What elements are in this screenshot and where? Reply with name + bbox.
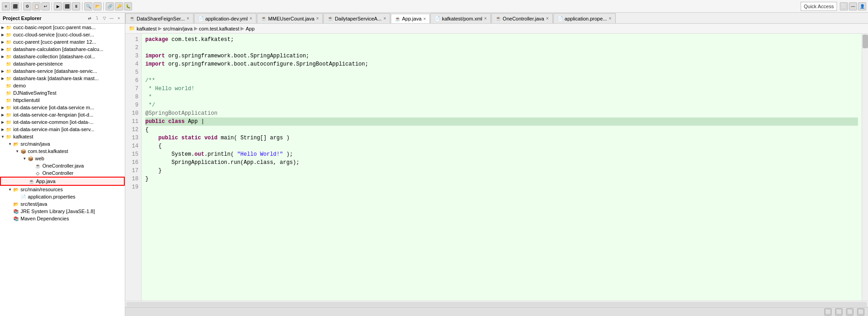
toolbar-btn-1[interactable]: ≡ xyxy=(2,2,10,10)
sidebar-menu-icon[interactable]: ▽ xyxy=(101,15,107,21)
tab-label: MMEUserCount.java xyxy=(268,16,314,21)
tree-label: iot-data-service-main [iot-data-serv... xyxy=(13,127,94,132)
tree-label: datashare-collection [datashare-col... xyxy=(13,54,95,59)
code-token: /** xyxy=(145,77,155,84)
tab-application-dev-yml[interactable]: 📄application-dev.yml× xyxy=(194,13,256,23)
sidebar-item-datashare-persistence[interactable]: 📁datashare-persistence xyxy=(0,60,125,67)
sidebar-item-demo[interactable]: 📁demo xyxy=(0,82,125,89)
sidebar-item-src-main-java[interactable]: ▼📂src/main/java xyxy=(0,140,125,148)
sidebar-item-cucc-basic-report[interactable]: ▶📁cucc-basic-report [cucc-parent mas... xyxy=(0,24,125,31)
toolbar-maximize[interactable]: ⬜ xyxy=(840,2,848,10)
sidebar-item-httpclientutil[interactable]: 📁httpclientutil xyxy=(0,97,125,104)
tree-icon: 📁 xyxy=(5,46,12,52)
sidebar-item-src-main-resources[interactable]: ▼📂src/main/resources xyxy=(0,186,125,193)
toolbar-btn-3[interactable]: ⚙ xyxy=(23,2,31,10)
tab-close-icon[interactable]: × xyxy=(609,16,612,21)
code-line-11: public class App | xyxy=(145,117,858,126)
toolbar-btn-4[interactable]: 📋 xyxy=(32,2,41,10)
tab-close-icon[interactable]: × xyxy=(316,16,319,21)
toolbar-btn-6[interactable]: ▶ xyxy=(54,2,62,10)
tree-label: Maven Dependencies xyxy=(20,216,69,221)
tab-close-icon[interactable]: × xyxy=(424,16,426,21)
tab-close-icon[interactable]: × xyxy=(546,16,549,21)
sidebar-sync-icon[interactable]: ⇄ xyxy=(87,15,93,21)
bottom-btn-3[interactable]: ⬜ xyxy=(846,308,853,316)
toolbar-btn-9[interactable]: 🔍 xyxy=(84,2,92,10)
tab-MMEUserCount[interactable]: ☕MMEUserCount.java× xyxy=(257,13,323,23)
horizontal-scrollbar[interactable] xyxy=(126,302,867,306)
tab-label: DailytaperServiceA... xyxy=(335,16,382,21)
sidebar-item-JRE-System-Library[interactable]: 📚JRE System Library [JavaSE-1.8] xyxy=(0,208,125,215)
tab-App-java-tab[interactable]: ☕App.java× xyxy=(391,14,430,24)
tree-label: src/test/java xyxy=(20,201,47,207)
sidebar-item-iot-data-service-car-fengxian[interactable]: ▶📁iot-data-service-car-fengxian [iot-d..… xyxy=(0,111,125,118)
sidebar-item-iot-data-service-common[interactable]: ▶📁iot-data-service-common [iot-data-... xyxy=(0,118,125,126)
bottom-btn-1[interactable]: ⬜ xyxy=(824,308,832,316)
sidebar-tree: ▶📁cucc-basic-report [cucc-parent mas...▶… xyxy=(0,24,125,316)
sidebar-item-datashare-collection[interactable]: ▶📁datashare-collection [datashare-col... xyxy=(0,53,125,60)
tab-OneController[interactable]: ☕OneController.java× xyxy=(491,13,553,23)
tree-arrow: ▶ xyxy=(0,54,5,59)
bottom-btn-2[interactable]: ⬜ xyxy=(835,308,842,316)
sidebar-item-application-properties[interactable]: 📄application.properties xyxy=(0,193,125,200)
sidebar-item-iot-data-service-main[interactable]: ▶📁iot-data-service-main [iot-data-serv..… xyxy=(0,126,125,133)
tab-close-icon[interactable]: × xyxy=(484,16,487,21)
sidebar-item-OneController-java-1[interactable]: ☕OneController.java xyxy=(0,162,125,169)
breadcrumb-item-0[interactable]: kafkatest xyxy=(137,26,157,31)
code-token: out xyxy=(194,151,204,158)
code-content[interactable]: package com.test.kafkatest;import org.sp… xyxy=(142,34,862,301)
sidebar-item-kafkatest[interactable]: ▼📁kafkatest xyxy=(0,133,125,140)
tree-arrow: ▶ xyxy=(0,68,5,74)
sidebar-item-datashare-calculation[interactable]: ▶📁datashare-calculation [datashare-calcu… xyxy=(0,46,125,53)
sidebar-item-Maven-Dependencies[interactable]: 📚Maven Dependencies xyxy=(0,215,125,222)
toolbar-btn-12[interactable]: 🔑 xyxy=(115,2,123,10)
tab-DataShareFeignSer[interactable]: ☕DataShareFeignSer...× xyxy=(125,13,194,23)
toolbar-btn-10[interactable]: 📂 xyxy=(93,2,102,10)
sidebar-item-com-test-kafkatest[interactable]: ▼📦com.test.kafkatest xyxy=(0,148,125,155)
tree-icon: ☕ xyxy=(35,163,41,169)
tree-arrow xyxy=(0,83,5,88)
vertical-scrollbar[interactable] xyxy=(862,34,868,301)
tree-arrow: ▼ xyxy=(7,187,13,192)
toolbar-minimize[interactable]: — xyxy=(849,2,857,10)
toolbar-btn-8[interactable]: ⏸ xyxy=(72,2,80,10)
tab-close-icon[interactable]: × xyxy=(383,16,386,21)
breadcrumb-item-1[interactable]: src/main/java xyxy=(163,26,193,31)
breadcrumb-item-2[interactable]: com.test.kafkatest xyxy=(199,26,240,31)
toolbar-btn-2[interactable]: ⬛ xyxy=(11,2,19,10)
code-token: static xyxy=(181,135,201,141)
sidebar-item-DJNativeSwingTest[interactable]: 📁DJNativeSwingTest xyxy=(0,89,125,97)
toolbar-btn-7[interactable]: ⬛ xyxy=(63,2,71,10)
toolbar-btn-11[interactable]: 🔗 xyxy=(106,2,114,10)
sidebar-minimize-icon[interactable]: — xyxy=(108,15,115,21)
sidebar-collapse-icon[interactable]: ⤵ xyxy=(94,15,100,21)
tab-close-icon[interactable]: × xyxy=(250,16,252,21)
breadcrumb-item-3[interactable]: App xyxy=(245,26,255,31)
sidebar-item-datashare-task[interactable]: ▶📁datashare-task [datashare-task mast... xyxy=(0,75,125,82)
line-number-19: 19 xyxy=(128,183,138,191)
sidebar-item-iot-data-service[interactable]: ▶📁iot-data-service [iot-data-service m..… xyxy=(0,104,125,111)
sidebar-item-OneController-2[interactable]: ◇OneController xyxy=(0,169,125,177)
sidebar-close-icon[interactable]: × xyxy=(116,15,122,21)
v-scrollbar-thumb[interactable] xyxy=(863,35,868,48)
tab-kafkatest-pom[interactable]: 📄kafkatest/pom.xml× xyxy=(430,13,490,23)
tab-close-icon[interactable]: × xyxy=(187,16,189,21)
toolbar-btn-5[interactable]: ↩ xyxy=(41,2,50,10)
code-token: void xyxy=(204,135,218,141)
line-number-5: 5 xyxy=(128,68,138,76)
sidebar-item-datashare-service[interactable]: ▶📁datashare-service [datashare-servic... xyxy=(0,67,125,75)
tree-label: DJNativeSwingTest xyxy=(13,90,56,96)
sidebar-item-cucc-cloud-service[interactable]: ▶📁cucc-cloud-service [cucc-cloud-ser... xyxy=(0,31,125,38)
sidebar-item-src-test-java[interactable]: 📂src/test/java xyxy=(0,200,125,208)
tab-DailytaperServiceA[interactable]: ☕DailytaperServiceA...× xyxy=(323,13,390,23)
sidebar-item-web[interactable]: ▼📦web xyxy=(0,155,125,162)
sidebar-item-App-java[interactable]: ☕App.java xyxy=(0,177,125,186)
sidebar-item-cucc-parent[interactable]: ▶📁cucc-parent [cucc-parent master 12... xyxy=(0,38,125,46)
bottom-btn-4[interactable]: ⬜ xyxy=(857,308,864,316)
tab-application-prope[interactable]: 📄application.prope...× xyxy=(553,13,616,23)
quick-access-input[interactable]: Quick Access xyxy=(801,2,837,11)
tree-label: OneController xyxy=(42,170,73,176)
toolbar-person[interactable]: 👤 xyxy=(858,2,866,10)
tree-arrow: ▶ xyxy=(0,112,5,117)
toolbar-btn-13[interactable]: 🐛 xyxy=(124,2,132,10)
